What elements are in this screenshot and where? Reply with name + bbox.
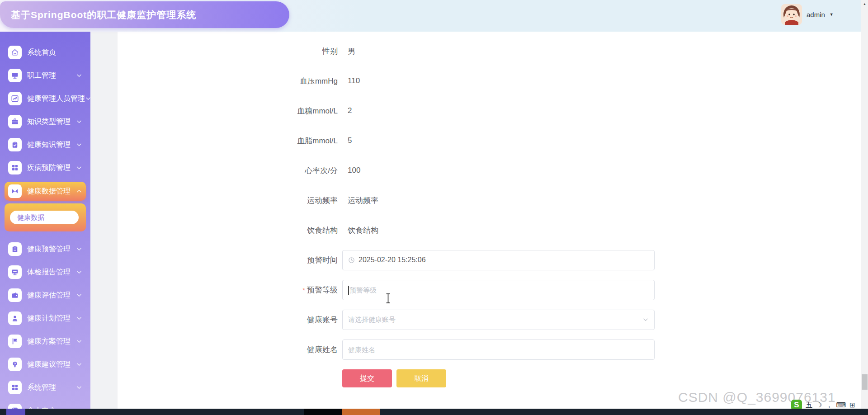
sidebar-item[interactable]: 职工管理 xyxy=(5,66,86,85)
night-mode-icon[interactable]: ☽ xyxy=(816,401,822,409)
field-label: 性别 xyxy=(118,46,342,57)
field-label: 饮食结构 xyxy=(118,225,342,236)
sidebar-item[interactable]: 系统首页 xyxy=(5,43,86,61)
field-label: 健康姓名 xyxy=(118,344,342,355)
health-assess-icon xyxy=(8,288,22,302)
field-label: 血脂mmol/L xyxy=(118,136,342,146)
field-value: 男 xyxy=(348,46,355,57)
health-data-icon xyxy=(8,184,22,198)
chevron-down-icon xyxy=(76,165,82,171)
toolbox-icon[interactable]: ⊞ xyxy=(849,401,855,409)
chevron-down-icon xyxy=(76,384,82,391)
wubi-mode-icon[interactable]: 五 xyxy=(806,401,812,410)
sidebar-item[interactable]: 健康管理人员管理 xyxy=(5,90,86,108)
app-title: 基于SpringBoot的职工健康监护管理系统 xyxy=(11,9,196,21)
sidebar-item[interactable]: 知识类型管理 xyxy=(5,113,86,131)
health-account-select[interactable]: 请选择健康账号 xyxy=(342,310,655,330)
health-plan-icon xyxy=(8,311,22,325)
sidebar-item[interactable]: 健康建议管理 xyxy=(5,355,86,373)
sidebar-item[interactable]: 健康预警管理 xyxy=(5,240,86,258)
taskbar-app-segment xyxy=(6,409,25,415)
field-label: 健康账号 xyxy=(118,315,342,325)
chevron-down-icon xyxy=(76,72,82,79)
sidebar-item[interactable]: 健康方案管理 xyxy=(5,332,86,350)
sidebar-submenu: 健康数据 xyxy=(5,203,86,231)
cancel-button[interactable]: 取消 xyxy=(396,369,446,387)
exam-report-icon xyxy=(8,265,22,279)
field-label: 血压mmHg xyxy=(118,76,342,86)
submit-button[interactable]: 提交 xyxy=(342,369,392,387)
chevron-down-icon xyxy=(76,292,82,298)
chevron-down-icon xyxy=(76,315,82,321)
disease-prevent-icon xyxy=(8,161,22,174)
warning-level-input[interactable] xyxy=(348,286,649,294)
avatar[interactable] xyxy=(781,4,802,25)
sidebar-item[interactable]: 健康计划管理 xyxy=(5,309,86,327)
chevron-up-icon xyxy=(76,188,82,194)
form-row-warning-time: 预警时间 2025-02-20 15:25:06 xyxy=(118,250,861,270)
form-card: 性别男血压mmHg110血糖mmol/L2血脂mmol/L5心率次/分100运动… xyxy=(118,32,861,415)
form-row-warning-level: *预警等级 xyxy=(118,280,861,300)
sidebar-item[interactable]: 体检报告管理 xyxy=(5,263,86,281)
app-title-pill: 基于SpringBoot的职工健康监护管理系统 xyxy=(0,1,289,28)
user-menu[interactable]: admin ▼ xyxy=(781,0,834,29)
sidebar-item[interactable]: 健康知识管理 xyxy=(5,136,86,154)
chevron-down-icon xyxy=(642,316,649,323)
taskbar[interactable] xyxy=(0,409,868,415)
warning-time-value: 2025-02-20 15:25:06 xyxy=(359,256,426,264)
scrollbar-thumb[interactable] xyxy=(862,374,868,390)
taskbar-app-segment xyxy=(304,409,342,415)
form-row-static: 血压mmHg110 xyxy=(118,71,861,91)
health-scheme-icon xyxy=(8,335,22,348)
sidebar-item[interactable]: 健康评估管理 xyxy=(5,286,86,304)
field-value: 110 xyxy=(348,76,360,85)
clock-icon xyxy=(348,257,355,264)
field-value: 2 xyxy=(348,106,352,115)
static-field-rows: 性别男血压mmHg110血糖mmol/L2血脂mmol/L5心率次/分100运动… xyxy=(118,41,861,240)
form-row-static: 运动频率运动频率 xyxy=(118,190,861,210)
sidebar-item[interactable]: 疾病预防管理 xyxy=(5,159,86,177)
field-label: 运动频率 xyxy=(118,195,342,206)
field-value: 5 xyxy=(348,136,352,145)
health-name-input-wrap xyxy=(342,340,655,360)
system-icon xyxy=(8,381,22,394)
health-name-input[interactable] xyxy=(348,346,649,354)
topbar: 基于SpringBoot的职工健康监护管理系统 admin ▼ xyxy=(0,0,861,32)
required-asterisk: * xyxy=(302,286,305,294)
chevron-down-icon xyxy=(85,95,90,102)
user-dropdown-caret-icon[interactable]: ▼ xyxy=(830,12,834,17)
taskbar-app-segment xyxy=(342,409,380,415)
health-knowledge-icon xyxy=(8,138,22,151)
form-row-health-account: 健康账号 请选择健康账号 xyxy=(118,310,861,330)
form-buttons: 提交 取消 xyxy=(342,369,861,387)
sidebar-item[interactable]: 健康数据管理 xyxy=(5,182,86,201)
punctuation-icon[interactable]: ， xyxy=(826,401,832,410)
field-label: 血糖mmol/L xyxy=(118,106,342,116)
knowledge-type-icon xyxy=(8,115,22,128)
page-scrollbar[interactable]: ▲ xyxy=(861,0,868,409)
sidebar-item[interactable]: 系统管理 xyxy=(5,378,86,396)
form-row-static: 血脂mmol/L5 xyxy=(118,131,861,151)
form-row-static: 血糖mmol/L2 xyxy=(118,101,861,121)
username: admin xyxy=(807,11,825,19)
sidebar-menu: 系统首页职工管理健康管理人员管理知识类型管理健康知识管理疾病预防管理健康数据管理… xyxy=(0,43,90,415)
field-value: 100 xyxy=(348,166,360,175)
chevron-down-icon xyxy=(76,269,82,275)
sidebar: 系统首页职工管理健康管理人员管理知识类型管理健康知识管理疾病预防管理健康数据管理… xyxy=(0,32,90,415)
chevron-down-icon xyxy=(76,118,82,125)
chevron-down-icon xyxy=(76,246,82,252)
scrollbar-up-arrow-icon[interactable]: ▲ xyxy=(861,0,868,8)
health-warning-icon xyxy=(8,242,22,256)
text-caret xyxy=(348,286,349,295)
form-row-static: 性别男 xyxy=(118,41,861,61)
sidebar-subitem-health-data[interactable]: 健康数据 xyxy=(10,211,79,224)
chevron-down-icon xyxy=(76,361,82,368)
field-label: 心率次/分 xyxy=(118,165,342,176)
form-row-static: 心率次/分100 xyxy=(118,160,861,180)
field-value: 运动频率 xyxy=(348,195,378,206)
chevron-down-icon xyxy=(76,141,82,148)
warning-time-input[interactable]: 2025-02-20 15:25:06 xyxy=(342,250,655,270)
manager-chart-icon xyxy=(8,92,22,105)
form-row-static: 饮食结构饮食结构 xyxy=(118,220,861,240)
soft-keyboard-icon[interactable]: ⌨ xyxy=(836,401,846,409)
